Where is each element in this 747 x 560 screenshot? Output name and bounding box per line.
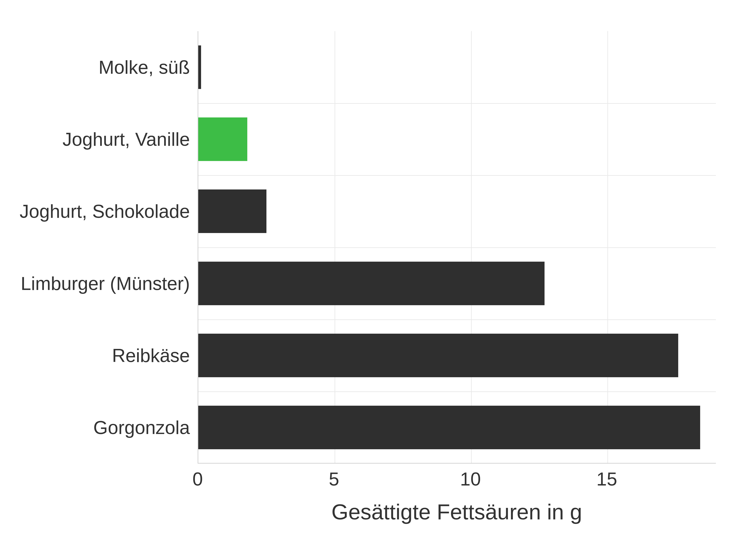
x-tick-label: 0 <box>192 468 203 490</box>
grid-line <box>335 31 335 463</box>
y-category-label: Molke, süß <box>11 57 190 77</box>
grid-line <box>198 103 716 104</box>
grid-line <box>198 247 716 248</box>
grid-line <box>471 31 472 463</box>
x-tick-label: 15 <box>596 468 617 490</box>
chart-container: Molke, süß Joghurt, Vanille Joghurt, Sch… <box>0 0 747 560</box>
grid-line <box>198 391 716 392</box>
plot-area <box>198 31 716 463</box>
grid-line <box>608 31 608 463</box>
bar-joghurt-vanille <box>198 117 247 161</box>
bar-limburger <box>198 262 544 305</box>
grid-line <box>198 175 716 176</box>
bar-molke <box>198 46 201 89</box>
y-category-label: Gorgonzola <box>11 417 190 438</box>
y-category-label: Reibkäse <box>11 345 190 366</box>
grid-line <box>198 319 716 320</box>
y-category-label: Joghurt, Vanille <box>11 129 190 150</box>
y-category-label: Limburger (Münster) <box>11 273 190 294</box>
x-tick-label: 10 <box>460 468 481 490</box>
y-category-label: Joghurt, Schokolade <box>11 201 190 221</box>
x-tick-label: 5 <box>329 468 339 490</box>
bar-reibkaese <box>198 334 678 377</box>
bar-gorgonzola <box>198 406 700 449</box>
bar-joghurt-schokolade <box>198 189 266 233</box>
x-axis-label: Gesättigte Fettsäuren in g <box>198 499 716 525</box>
